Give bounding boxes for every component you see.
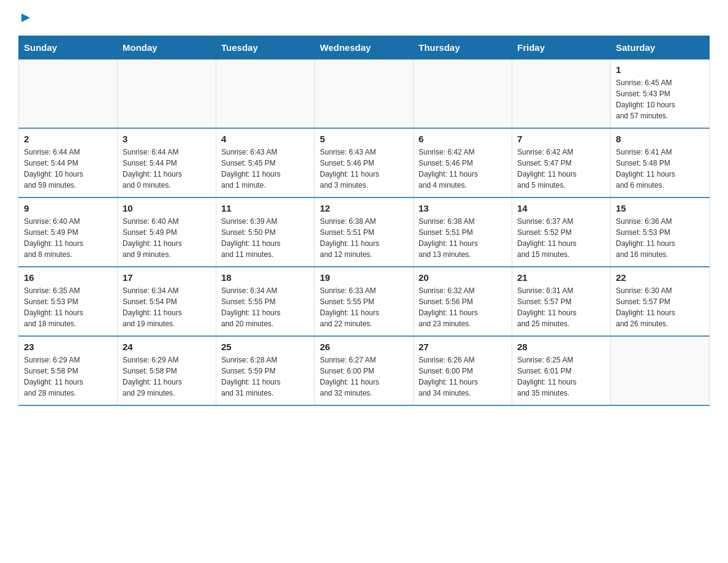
day-number: 11 bbox=[221, 203, 309, 213]
day-header-monday: Monday bbox=[118, 36, 216, 59]
calendar-cell bbox=[118, 59, 216, 129]
day-info: Sunrise: 6:26 AM Sunset: 6:00 PM Dayligh… bbox=[419, 354, 507, 399]
calendar-cell: 23Sunrise: 6:29 AM Sunset: 5:58 PM Dayli… bbox=[19, 336, 118, 405]
calendar-cell: 24Sunrise: 6:29 AM Sunset: 5:58 PM Dayli… bbox=[118, 336, 216, 405]
day-number: 14 bbox=[517, 203, 605, 213]
day-number: 13 bbox=[419, 203, 507, 213]
day-info: Sunrise: 6:44 AM Sunset: 5:44 PM Dayligh… bbox=[123, 147, 211, 191]
day-number: 6 bbox=[419, 134, 507, 144]
page-header bbox=[18, 12, 710, 23]
day-info: Sunrise: 6:29 AM Sunset: 5:58 PM Dayligh… bbox=[24, 354, 112, 399]
day-info: Sunrise: 6:27 AM Sunset: 6:00 PM Dayligh… bbox=[320, 354, 408, 399]
calendar-cell bbox=[19, 59, 118, 129]
calendar-cell: 25Sunrise: 6:28 AM Sunset: 5:59 PM Dayli… bbox=[216, 336, 315, 405]
day-number: 28 bbox=[517, 342, 605, 352]
calendar-cell: 19Sunrise: 6:33 AM Sunset: 5:55 PM Dayli… bbox=[315, 267, 414, 336]
svg-marker-0 bbox=[21, 13, 30, 22]
day-info: Sunrise: 6:43 AM Sunset: 5:46 PM Dayligh… bbox=[320, 147, 408, 191]
day-number: 8 bbox=[616, 134, 704, 144]
day-number: 12 bbox=[320, 203, 408, 213]
day-number: 15 bbox=[616, 203, 704, 213]
calendar-cell: 13Sunrise: 6:38 AM Sunset: 5:51 PM Dayli… bbox=[414, 197, 512, 267]
day-info: Sunrise: 6:31 AM Sunset: 5:57 PM Dayligh… bbox=[517, 285, 605, 329]
calendar-cell: 4Sunrise: 6:43 AM Sunset: 5:45 PM Daylig… bbox=[216, 128, 315, 197]
calendar-cell bbox=[315, 59, 414, 129]
day-info: Sunrise: 6:34 AM Sunset: 5:55 PM Dayligh… bbox=[221, 285, 309, 329]
calendar-week-row: 2Sunrise: 6:44 AM Sunset: 5:44 PM Daylig… bbox=[19, 128, 710, 197]
calendar-cell: 17Sunrise: 6:34 AM Sunset: 5:54 PM Dayli… bbox=[118, 267, 216, 336]
day-header-wednesday: Wednesday bbox=[315, 36, 414, 59]
day-number: 22 bbox=[616, 272, 704, 283]
day-info: Sunrise: 6:42 AM Sunset: 5:46 PM Dayligh… bbox=[419, 147, 507, 191]
calendar-cell: 28Sunrise: 6:25 AM Sunset: 6:01 PM Dayli… bbox=[512, 336, 611, 405]
day-info: Sunrise: 6:42 AM Sunset: 5:47 PM Dayligh… bbox=[517, 147, 605, 191]
calendar-cell: 1Sunrise: 6:45 AM Sunset: 5:43 PM Daylig… bbox=[611, 59, 710, 129]
calendar-cell bbox=[512, 59, 611, 129]
calendar-week-row: 23Sunrise: 6:29 AM Sunset: 5:58 PM Dayli… bbox=[19, 336, 710, 405]
day-number: 9 bbox=[24, 203, 112, 213]
day-info: Sunrise: 6:45 AM Sunset: 5:43 PM Dayligh… bbox=[616, 77, 704, 121]
day-info: Sunrise: 6:33 AM Sunset: 5:55 PM Dayligh… bbox=[320, 285, 408, 329]
day-number: 10 bbox=[123, 203, 211, 213]
calendar-cell: 8Sunrise: 6:41 AM Sunset: 5:48 PM Daylig… bbox=[611, 128, 710, 197]
day-info: Sunrise: 6:35 AM Sunset: 5:53 PM Dayligh… bbox=[24, 285, 112, 329]
day-info: Sunrise: 6:25 AM Sunset: 6:01 PM Dayligh… bbox=[517, 354, 605, 399]
logo-triangle-icon bbox=[19, 11, 32, 25]
day-number: 3 bbox=[123, 134, 211, 144]
day-number: 16 bbox=[24, 272, 112, 283]
calendar-week-row: 1Sunrise: 6:45 AM Sunset: 5:43 PM Daylig… bbox=[19, 59, 710, 129]
logo bbox=[18, 12, 32, 23]
day-number: 20 bbox=[419, 272, 507, 283]
day-number: 23 bbox=[24, 342, 112, 352]
calendar-table: SundayMondayTuesdayWednesdayThursdayFrid… bbox=[18, 36, 710, 406]
calendar-week-row: 9Sunrise: 6:40 AM Sunset: 5:49 PM Daylig… bbox=[19, 197, 710, 267]
day-number: 26 bbox=[320, 342, 408, 352]
day-header-friday: Friday bbox=[512, 36, 611, 59]
day-info: Sunrise: 6:40 AM Sunset: 5:49 PM Dayligh… bbox=[24, 216, 112, 260]
day-info: Sunrise: 6:36 AM Sunset: 5:53 PM Dayligh… bbox=[616, 216, 704, 260]
day-info: Sunrise: 6:44 AM Sunset: 5:44 PM Dayligh… bbox=[24, 147, 112, 191]
calendar-cell: 3Sunrise: 6:44 AM Sunset: 5:44 PM Daylig… bbox=[118, 128, 216, 197]
day-info: Sunrise: 6:37 AM Sunset: 5:52 PM Dayligh… bbox=[517, 216, 605, 260]
calendar-cell: 6Sunrise: 6:42 AM Sunset: 5:46 PM Daylig… bbox=[414, 128, 512, 197]
day-number: 1 bbox=[616, 64, 704, 75]
day-info: Sunrise: 6:29 AM Sunset: 5:58 PM Dayligh… bbox=[123, 354, 211, 399]
calendar-cell: 7Sunrise: 6:42 AM Sunset: 5:47 PM Daylig… bbox=[512, 128, 611, 197]
day-number: 27 bbox=[419, 342, 507, 352]
calendar-cell: 14Sunrise: 6:37 AM Sunset: 5:52 PM Dayli… bbox=[512, 197, 611, 267]
calendar-cell: 18Sunrise: 6:34 AM Sunset: 5:55 PM Dayli… bbox=[216, 267, 315, 336]
day-number: 21 bbox=[517, 272, 605, 283]
day-number: 25 bbox=[221, 342, 309, 352]
calendar-cell bbox=[611, 336, 710, 405]
calendar-cell: 26Sunrise: 6:27 AM Sunset: 6:00 PM Dayli… bbox=[315, 336, 414, 405]
day-info: Sunrise: 6:43 AM Sunset: 5:45 PM Dayligh… bbox=[221, 147, 309, 191]
calendar-cell bbox=[216, 59, 315, 129]
day-info: Sunrise: 6:40 AM Sunset: 5:49 PM Dayligh… bbox=[123, 216, 211, 260]
day-info: Sunrise: 6:39 AM Sunset: 5:50 PM Dayligh… bbox=[221, 216, 309, 260]
day-info: Sunrise: 6:28 AM Sunset: 5:59 PM Dayligh… bbox=[221, 354, 309, 399]
day-info: Sunrise: 6:41 AM Sunset: 5:48 PM Dayligh… bbox=[616, 147, 704, 191]
day-info: Sunrise: 6:32 AM Sunset: 5:56 PM Dayligh… bbox=[419, 285, 507, 329]
calendar-week-row: 16Sunrise: 6:35 AM Sunset: 5:53 PM Dayli… bbox=[19, 267, 710, 336]
day-number: 17 bbox=[123, 272, 211, 283]
day-header-saturday: Saturday bbox=[611, 36, 710, 59]
day-number: 5 bbox=[320, 134, 408, 144]
calendar-cell: 21Sunrise: 6:31 AM Sunset: 5:57 PM Dayli… bbox=[512, 267, 611, 336]
day-header-thursday: Thursday bbox=[414, 36, 512, 59]
calendar-cell bbox=[414, 59, 512, 129]
day-info: Sunrise: 6:38 AM Sunset: 5:51 PM Dayligh… bbox=[320, 216, 408, 260]
day-number: 4 bbox=[221, 134, 309, 144]
day-number: 7 bbox=[517, 134, 605, 144]
calendar-cell: 11Sunrise: 6:39 AM Sunset: 5:50 PM Dayli… bbox=[216, 197, 315, 267]
day-info: Sunrise: 6:34 AM Sunset: 5:54 PM Dayligh… bbox=[123, 285, 211, 329]
calendar-cell: 16Sunrise: 6:35 AM Sunset: 5:53 PM Dayli… bbox=[19, 267, 118, 336]
day-number: 19 bbox=[320, 272, 408, 283]
calendar-cell: 22Sunrise: 6:30 AM Sunset: 5:57 PM Dayli… bbox=[611, 267, 710, 336]
day-info: Sunrise: 6:38 AM Sunset: 5:51 PM Dayligh… bbox=[419, 216, 507, 260]
day-info: Sunrise: 6:30 AM Sunset: 5:57 PM Dayligh… bbox=[616, 285, 704, 329]
calendar-cell: 5Sunrise: 6:43 AM Sunset: 5:46 PM Daylig… bbox=[315, 128, 414, 197]
day-number: 24 bbox=[123, 342, 211, 352]
day-number: 18 bbox=[221, 272, 309, 283]
calendar-cell: 2Sunrise: 6:44 AM Sunset: 5:44 PM Daylig… bbox=[19, 128, 118, 197]
calendar-header-row: SundayMondayTuesdayWednesdayThursdayFrid… bbox=[19, 36, 710, 59]
